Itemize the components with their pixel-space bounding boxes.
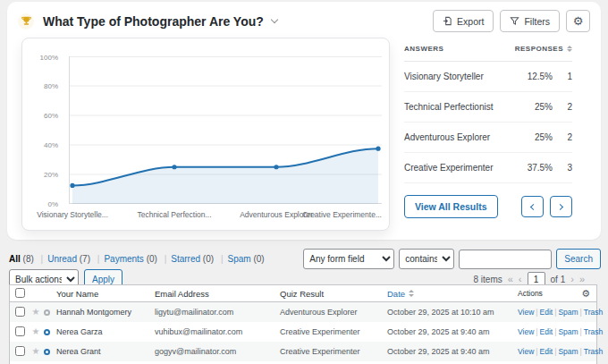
spam-link[interactable]: Spam: [558, 347, 578, 356]
items-count: 8 items: [473, 275, 502, 284]
results-chart-card: 0%20%40%60%80%100% Visionary Storytelle.…: [21, 38, 390, 231]
answer-label: Adventurous Explorer: [404, 132, 515, 142]
view-filter-starred-link[interactable]: Starred (0): [171, 254, 214, 264]
view-filter-all[interactable]: All (8): [9, 254, 34, 264]
responses-column-header[interactable]: RESPONSES: [515, 45, 563, 53]
row-checkbox[interactable]: [15, 326, 25, 336]
chart-x-axis: Visionary Storytelle...Technical Perfect…: [69, 210, 382, 221]
read-indicator-icon[interactable]: [44, 349, 50, 355]
view-filter-all-link[interactable]: All (8): [9, 254, 34, 264]
edit-link[interactable]: Edit: [540, 327, 553, 336]
row-checkbox[interactable]: [15, 346, 25, 356]
view-filter-spam[interactable]: Spam (0): [216, 254, 265, 264]
star-icon[interactable]: ★: [30, 327, 42, 336]
view-filter-unread-link[interactable]: Unread (7): [47, 254, 90, 264]
view-all-results-button[interactable]: View All Results: [404, 195, 498, 218]
entry-name: Hannah Montgomery: [56, 308, 155, 317]
pagination-next-icon[interactable]: ›: [570, 275, 574, 284]
read-indicator-icon[interactable]: [44, 309, 50, 316]
entry-view-filters: All (8) Unread (7) Payments (0) Starred …: [9, 254, 265, 264]
view-filter-count: (8): [23, 254, 34, 264]
answer-count: 2: [553, 132, 572, 142]
settings-button[interactable]: ⚙: [566, 10, 590, 32]
view-filter-label: Spam: [227, 254, 250, 264]
row-checkbox[interactable]: [15, 307, 25, 317]
table-row: ★ Hannah Montgomery ligytu@mailinator.co…: [10, 302, 596, 322]
pagination-prev-icon[interactable]: ‹: [519, 275, 522, 284]
search-entries-input[interactable]: [459, 250, 552, 269]
pagination-last-icon[interactable]: »: [579, 275, 585, 284]
filter-funnel-icon: [510, 16, 519, 26]
view-filter-payments-link[interactable]: Payments (0): [104, 254, 156, 264]
table-row: ★ Nerea Grant gogyv@mailinator.com Creat…: [10, 342, 596, 361]
chevron-down-icon[interactable]: [271, 16, 278, 23]
y-axis-tick-label: 40%: [44, 141, 58, 149]
entry-actions: View|Edit|Spam|Trash: [518, 347, 603, 356]
export-button[interactable]: Export: [433, 10, 494, 32]
quiz-results-card: What Type of Photographer Are You? Expor…: [7, 2, 601, 240]
sort-icon[interactable]: [567, 46, 572, 53]
trash-link[interactable]: Trash: [584, 327, 603, 336]
view-link[interactable]: View: [518, 308, 534, 317]
x-axis-tick-label: Technical Perfection...: [137, 210, 211, 219]
column-header-date[interactable]: Date: [387, 289, 518, 299]
read-indicator-icon[interactable]: [44, 329, 50, 335]
y-axis-tick-label: 0%: [47, 199, 58, 207]
edit-link[interactable]: Edit: [540, 347, 553, 356]
spam-link[interactable]: Spam: [558, 308, 578, 317]
trash-link[interactable]: Trash: [584, 347, 603, 356]
operator-select[interactable]: contains: [399, 249, 454, 269]
edit-link[interactable]: Edit: [540, 308, 553, 317]
view-filter-unread[interactable]: Unread (7): [37, 254, 90, 264]
answer-label: Creative Experimenter: [404, 163, 515, 173]
y-axis-tick-label: 100%: [40, 53, 58, 61]
answer-row: Visionary Storyteller 12.5% 1: [404, 62, 572, 92]
column-header-quiz-result: Quiz Result: [280, 289, 387, 299]
entry-quiz-result: Creative Experimenter: [280, 327, 387, 336]
spam-link[interactable]: Spam: [558, 327, 578, 336]
answer-percent: 25%: [515, 102, 553, 112]
page-of-label: of 1: [551, 275, 566, 284]
answers-panel: ANSWERS RESPONSES Visionary Storyteller …: [404, 45, 572, 218]
entry-name: Nerea Grant: [56, 347, 155, 356]
view-filter-starred[interactable]: Starred (0): [160, 254, 214, 264]
field-filter-select[interactable]: Any form field: [303, 249, 394, 269]
answers-footer: View All Results: [404, 195, 572, 218]
answer-label: Visionary Storyteller: [404, 72, 515, 81]
view-link[interactable]: View: [518, 347, 534, 356]
pagination-first-icon[interactable]: «: [508, 275, 513, 284]
star-icon[interactable]: ★: [30, 308, 42, 317]
select-all-checkbox[interactable]: [15, 288, 25, 298]
view-link[interactable]: View: [518, 327, 534, 336]
view-filter-count: (7): [80, 254, 90, 264]
quiz-title: What Type of Photographer Are You?: [43, 14, 264, 29]
answers-panel-header: ANSWERS RESPONSES: [404, 45, 572, 62]
entry-date: October 29, 2025 at 9:40 am: [387, 327, 518, 336]
export-icon: [443, 16, 452, 26]
results-header: What Type of Photographer Are You? Expor…: [7, 2, 601, 32]
table-row: ★ Nerea Garza vuhibux@mailinator.com Cre…: [10, 322, 596, 342]
answer-percent: 25%: [515, 132, 553, 142]
answer-row: Technical Perfectionist 25% 2: [404, 92, 572, 123]
view-filter-payments[interactable]: Payments (0): [93, 254, 157, 264]
answers-next-button[interactable]: [550, 196, 572, 217]
answers-prev-button[interactable]: [521, 196, 544, 217]
answers-column-header: ANSWERS: [404, 45, 443, 53]
header-actions: Export Filters ⚙: [433, 10, 590, 32]
entry-search-controls: Any form field contains Search: [303, 249, 601, 269]
chart-y-axis: 0%20%40%60%80%100%: [28, 56, 63, 205]
view-filter-spam-link[interactable]: Spam (0): [227, 254, 264, 264]
answers-pager: [521, 196, 572, 217]
entry-quiz-result: Adventurous Explorer: [280, 308, 387, 317]
view-filter-label: Starred: [171, 254, 200, 264]
y-axis-tick-label: 80%: [44, 82, 58, 90]
view-filter-label: Payments: [104, 254, 143, 264]
table-settings-gear-icon[interactable]: ⚙: [581, 289, 590, 299]
trash-link[interactable]: Trash: [584, 308, 603, 317]
star-icon[interactable]: ★: [30, 347, 42, 356]
answer-label: Technical Perfectionist: [404, 102, 515, 112]
entry-email: gogyv@mailinator.com: [155, 347, 280, 356]
search-button[interactable]: Search: [556, 249, 601, 269]
view-filter-count: (0): [253, 254, 264, 264]
filters-button[interactable]: Filters: [500, 10, 560, 32]
